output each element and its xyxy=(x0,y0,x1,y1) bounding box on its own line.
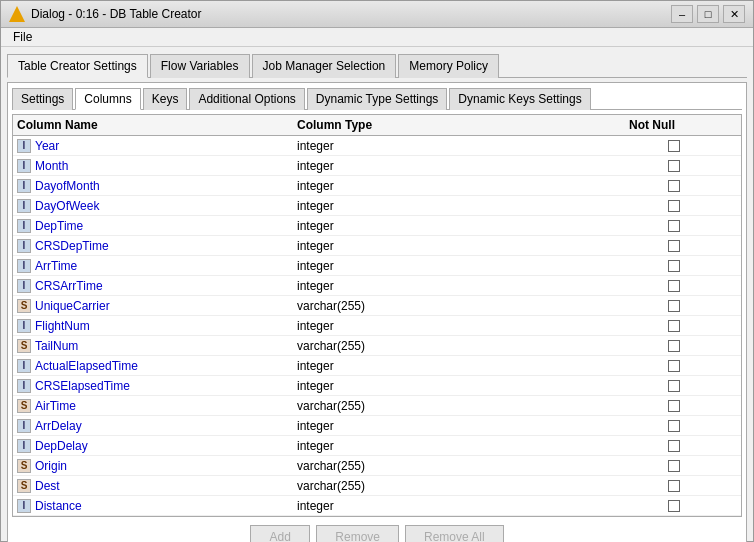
header-scroll-spacer xyxy=(719,118,737,132)
notnull-checkbox-11[interactable] xyxy=(668,360,680,372)
notnull-checkbox-8[interactable] xyxy=(668,300,680,312)
sub-tab-additional-options[interactable]: Additional Options xyxy=(189,88,304,110)
col-name-13: AirTime xyxy=(35,399,76,413)
table-body[interactable]: I Year integer I Month integer I DayofMo… xyxy=(13,136,741,516)
notnull-checkbox-2[interactable] xyxy=(668,180,680,192)
cell-notnull-16 xyxy=(629,460,719,472)
cell-notnull-14 xyxy=(629,420,719,432)
menu-bar: File xyxy=(1,28,753,47)
type-badge-11: I xyxy=(17,359,31,373)
sub-tab-keys[interactable]: Keys xyxy=(143,88,188,110)
notnull-checkbox-3[interactable] xyxy=(668,200,680,212)
notnull-checkbox-15[interactable] xyxy=(668,440,680,452)
table-row[interactable]: I Year integer xyxy=(13,136,741,156)
sub-tabs: Settings Columns Keys Additional Options… xyxy=(12,87,742,110)
tab-table-creator-settings[interactable]: Table Creator Settings xyxy=(7,54,148,78)
col-name-6: ArrTime xyxy=(35,259,77,273)
cell-name-4: I DepTime xyxy=(17,219,297,233)
notnull-checkbox-0[interactable] xyxy=(668,140,680,152)
tab-flow-variables[interactable]: Flow Variables xyxy=(150,54,250,78)
cell-name-0: I Year xyxy=(17,139,297,153)
cell-notnull-7 xyxy=(629,280,719,292)
cell-notnull-0 xyxy=(629,140,719,152)
col-name-16: Origin xyxy=(35,459,67,473)
sub-tab-dynamic-type-settings[interactable]: Dynamic Type Settings xyxy=(307,88,448,110)
top-tabs: Table Creator Settings Flow Variables Jo… xyxy=(7,53,747,78)
cell-name-14: I ArrDelay xyxy=(17,419,297,433)
table-row[interactable]: I ArrTime integer xyxy=(13,256,741,276)
table-row[interactable]: I DayofMonth integer xyxy=(13,176,741,196)
notnull-checkbox-6[interactable] xyxy=(668,260,680,272)
table-row[interactable]: I DepTime integer xyxy=(13,216,741,236)
notnull-checkbox-5[interactable] xyxy=(668,240,680,252)
notnull-checkbox-9[interactable] xyxy=(668,320,680,332)
table-row[interactable]: I Month integer xyxy=(13,156,741,176)
table-row[interactable]: I FlightNum integer xyxy=(13,316,741,336)
col-name-7: CRSArrTime xyxy=(35,279,103,293)
cell-notnull-3 xyxy=(629,200,719,212)
notnull-checkbox-18[interactable] xyxy=(668,500,680,512)
cell-type-13: varchar(255) xyxy=(297,399,629,413)
notnull-checkbox-1[interactable] xyxy=(668,160,680,172)
table-row[interactable]: I CRSElapsedTime integer xyxy=(13,376,741,396)
cell-notnull-18 xyxy=(629,500,719,512)
cell-name-15: I DepDelay xyxy=(17,439,297,453)
add-button[interactable]: Add xyxy=(250,525,310,542)
type-badge-10: S xyxy=(17,339,31,353)
cell-notnull-10 xyxy=(629,340,719,352)
tab-job-manager-selection[interactable]: Job Manager Selection xyxy=(252,54,397,78)
cell-type-4: integer xyxy=(297,219,629,233)
cell-name-16: S Origin xyxy=(17,459,297,473)
col-name-10: TailNum xyxy=(35,339,78,353)
table-row[interactable]: I ArrDelay integer xyxy=(13,416,741,436)
table-row[interactable]: I CRSDepTime integer xyxy=(13,236,741,256)
table-row[interactable]: S UniqueCarrier varchar(255) xyxy=(13,296,741,316)
notnull-checkbox-10[interactable] xyxy=(668,340,680,352)
file-menu[interactable]: File xyxy=(9,28,36,46)
minimize-button[interactable]: – xyxy=(671,5,693,23)
cell-type-2: integer xyxy=(297,179,629,193)
col-name-5: CRSDepTime xyxy=(35,239,109,253)
type-badge-18: I xyxy=(17,499,31,513)
tab-memory-policy[interactable]: Memory Policy xyxy=(398,54,499,78)
notnull-checkbox-14[interactable] xyxy=(668,420,680,432)
table-row[interactable]: I Distance integer xyxy=(13,496,741,516)
type-badge-17: S xyxy=(17,479,31,493)
remove-button[interactable]: Remove xyxy=(316,525,399,542)
notnull-checkbox-16[interactable] xyxy=(668,460,680,472)
cell-notnull-12 xyxy=(629,380,719,392)
main-panel: Settings Columns Keys Additional Options… xyxy=(7,82,747,542)
table-row[interactable]: S AirTime varchar(255) xyxy=(13,396,741,416)
cell-type-0: integer xyxy=(297,139,629,153)
title-buttons: – □ ✕ xyxy=(671,5,745,23)
cell-name-8: S UniqueCarrier xyxy=(17,299,297,313)
col-name-12: CRSElapsedTime xyxy=(35,379,130,393)
notnull-checkbox-13[interactable] xyxy=(668,400,680,412)
title-bar: Dialog - 0:16 - DB Table Creator – □ ✕ xyxy=(1,1,753,28)
cell-name-5: I CRSDepTime xyxy=(17,239,297,253)
table-row[interactable]: I ActualElapsedTime integer xyxy=(13,356,741,376)
notnull-checkbox-17[interactable] xyxy=(668,480,680,492)
table-row[interactable]: I DepDelay integer xyxy=(13,436,741,456)
sub-tab-columns[interactable]: Columns xyxy=(75,88,140,110)
notnull-checkbox-12[interactable] xyxy=(668,380,680,392)
table-row[interactable]: S TailNum varchar(255) xyxy=(13,336,741,356)
table-row[interactable]: S Origin varchar(255) xyxy=(13,456,741,476)
cell-name-11: I ActualElapsedTime xyxy=(17,359,297,373)
col-name-9: FlightNum xyxy=(35,319,90,333)
cell-notnull-2 xyxy=(629,180,719,192)
table-row[interactable]: S Dest varchar(255) xyxy=(13,476,741,496)
notnull-checkbox-4[interactable] xyxy=(668,220,680,232)
close-button[interactable]: ✕ xyxy=(723,5,745,23)
cell-name-13: S AirTime xyxy=(17,399,297,413)
cell-name-12: I CRSElapsedTime xyxy=(17,379,297,393)
table-row[interactable]: I DayOfWeek integer xyxy=(13,196,741,216)
cell-notnull-5 xyxy=(629,240,719,252)
notnull-checkbox-7[interactable] xyxy=(668,280,680,292)
table-row[interactable]: I CRSArrTime integer xyxy=(13,276,741,296)
sub-tab-settings[interactable]: Settings xyxy=(12,88,73,110)
cell-type-5: integer xyxy=(297,239,629,253)
sub-tab-dynamic-keys-settings[interactable]: Dynamic Keys Settings xyxy=(449,88,590,110)
remove-all-button[interactable]: Remove All xyxy=(405,525,504,542)
maximize-button[interactable]: □ xyxy=(697,5,719,23)
